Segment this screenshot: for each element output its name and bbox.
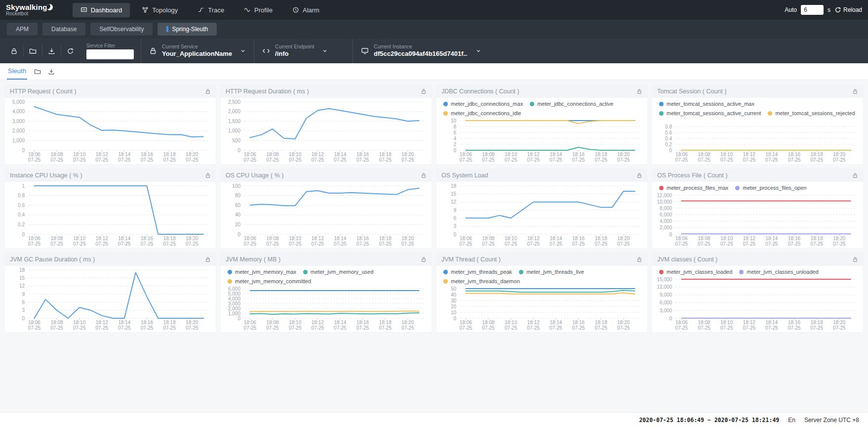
svg-text:07-25: 07-25: [527, 241, 540, 247]
svg-text:18:16: 18:16: [141, 320, 153, 325]
chevron-down-icon: [240, 48, 246, 54]
legend-item[interactable]: meter_jvm_memory_max: [228, 268, 296, 276]
skywalking-logo[interactable]: Skywalking Rocketbot: [6, 3, 53, 16]
lock-icon[interactable]: [852, 256, 858, 262]
templates-button[interactable]: [24, 39, 42, 63]
chart-panel-header: Instance CPU Usage ( % ): [5, 169, 216, 182]
svg-text:18:14: 18:14: [765, 320, 778, 325]
svg-text:4: 4: [453, 136, 456, 141]
svg-text:07-25: 07-25: [73, 241, 86, 247]
legend-item[interactable]: meter_jvm_threads_peak: [443, 268, 512, 276]
time-range-picker[interactable]: 2020-07-25 18:06:49 ~ 2020-07-25 18:21:4…: [639, 417, 779, 424]
nav-item-topology[interactable]: Topology: [134, 3, 186, 17]
legend-dot-icon: [443, 102, 448, 106]
lock-icon[interactable]: [421, 88, 427, 94]
lock-icon[interactable]: [852, 88, 858, 94]
tab-label: APM: [16, 26, 29, 33]
legend-item[interactable]: meter_jvm_threads_live: [519, 268, 584, 276]
svg-text:07-25: 07-25: [266, 157, 279, 163]
svg-text:12: 12: [451, 199, 457, 205]
export-group-button[interactable]: [48, 68, 55, 75]
legend-item[interactable]: meter_jvm_memory_used: [303, 268, 373, 276]
current-service-selector[interactable]: Current Service Your_ApplicationName: [141, 39, 254, 63]
chart-title: JVM Memory ( MB ): [226, 256, 280, 263]
svg-text:07-25: 07-25: [765, 157, 778, 163]
lock-icon[interactable]: [205, 256, 211, 262]
legend-item[interactable]: meter_jdbc_connections_idle: [443, 109, 521, 118]
svg-text:07-25: 07-25: [765, 241, 778, 247]
legend-item[interactable]: meter_tomcat_sessions_rejected: [768, 109, 855, 118]
lock-icon[interactable]: [421, 172, 427, 178]
svg-text:18:10: 18:10: [289, 236, 301, 241]
svg-text:07-25: 07-25: [96, 241, 109, 247]
lock-icon[interactable]: [421, 256, 427, 262]
nav-label: Dashboard: [91, 6, 122, 14]
reload-button[interactable]: Reload: [834, 6, 862, 13]
tab-sleuth[interactable]: Sleuth: [7, 63, 27, 80]
legend-dot-icon: [659, 111, 664, 116]
legend-item[interactable]: meter_jdbc_connections_max: [443, 100, 523, 108]
svg-text:18:12: 18:12: [743, 320, 755, 325]
trace-icon: [197, 6, 204, 13]
svg-text:18:18: 18:18: [379, 152, 392, 157]
legend-item[interactable]: meter_tomcat_sessions_active_current: [659, 109, 761, 118]
svg-text:18:08: 18:08: [50, 152, 63, 157]
line-chart: 02,0004,0006,0008,00010,00012,00018:0607…: [652, 192, 863, 248]
chart-panel-body: 036912151818:0607-2518:0807-2518:1007-25…: [5, 266, 216, 332]
legend-item[interactable]: meter_process_files_open: [735, 184, 806, 192]
chart-title: HTTP Request ( Count ): [10, 88, 77, 95]
nav-label: Trace: [208, 6, 224, 14]
nav-item-dashboard[interactable]: Dashboard: [73, 3, 130, 17]
legend-item[interactable]: meter_jvm_classes_unloaded: [739, 268, 819, 276]
service-filter-input[interactable]: [86, 49, 134, 59]
lock-icon[interactable]: [636, 88, 642, 94]
current-endpoint-selector[interactable]: Current Endpoint /info: [254, 39, 353, 63]
tab-apm[interactable]: APM: [7, 23, 38, 36]
legend-item[interactable]: meter_jvm_classes_loaded: [659, 268, 732, 276]
legend-item[interactable]: meter_process_files_max: [659, 184, 728, 192]
nav-item-alarm[interactable]: Alarm: [284, 3, 327, 17]
lock-icon[interactable]: [205, 172, 211, 178]
svg-text:18:10: 18:10: [505, 236, 517, 241]
auto-interval-input[interactable]: [801, 5, 824, 15]
refresh-button[interactable]: [61, 39, 79, 63]
lock-button[interactable]: [5, 39, 23, 63]
tab-database[interactable]: Database: [42, 23, 85, 36]
svg-text:07-25: 07-25: [356, 157, 369, 163]
svg-text:18:10: 18:10: [720, 152, 733, 157]
export-button[interactable]: [42, 39, 61, 63]
svg-text:18:08: 18:08: [482, 320, 494, 325]
legend-label: meter_jvm_memory_used: [311, 268, 373, 276]
legend-dot-icon: [228, 279, 232, 284]
language-switch[interactable]: En: [788, 417, 795, 424]
chart-panel-header: OS System Load: [436, 169, 647, 182]
svg-text:18:08: 18:08: [482, 152, 494, 157]
server-zone[interactable]: Server Zone UTC +8: [804, 417, 859, 424]
legend-item[interactable]: meter_tomcat_sessions_active_max: [659, 100, 754, 108]
nav-item-profile[interactable]: Profile: [236, 3, 280, 17]
tab-spring-sleuth[interactable]: Spring-Sleuth: [158, 23, 217, 36]
svg-text:07-25: 07-25: [186, 157, 198, 163]
legend-item[interactable]: meter_jvm_threads_daemon: [443, 277, 520, 286]
svg-text:1: 1: [22, 183, 25, 189]
svg-text:18:16: 18:16: [572, 152, 585, 157]
chart-title: Tomcat Session ( Count ): [657, 88, 726, 95]
new-group-button[interactable]: [34, 68, 41, 75]
svg-text:07-25: 07-25: [186, 241, 198, 247]
nav-item-trace[interactable]: Trace: [190, 3, 232, 17]
chart-panel-header: OS Process File ( Count ): [652, 169, 863, 182]
lock-icon[interactable]: [636, 256, 642, 262]
lock-icon[interactable]: [636, 172, 642, 178]
lock-icon[interactable]: [205, 88, 211, 94]
chart-svg: 05001,0001,5002,0002,50018:0607-2518:080…: [221, 99, 432, 164]
lock-icon[interactable]: [852, 172, 858, 178]
legend-label: meter_jvm_threads_peak: [451, 268, 512, 276]
legend-item[interactable]: meter_jvm_memory_committed: [228, 277, 311, 286]
tab-selfobservability[interactable]: SelfObservability: [90, 23, 153, 36]
current-instance-selector[interactable]: Current Instance df5cc29cca094af4b165d74…: [353, 39, 489, 63]
svg-text:18:10: 18:10: [505, 152, 517, 157]
svg-text:07-25: 07-25: [460, 325, 473, 331]
legend-item[interactable]: meter_jdbc_connections_active: [530, 100, 613, 108]
chart-svg: 024681018:0607-2518:0807-2518:1007-2518:…: [436, 118, 647, 164]
svg-text:07-25: 07-25: [743, 157, 756, 163]
